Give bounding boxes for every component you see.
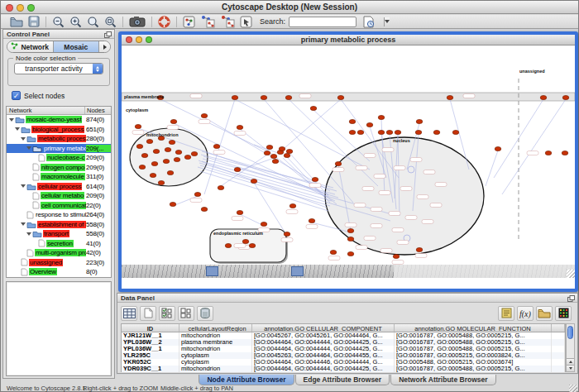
network-window-titlebar[interactable]: primary metabolic process [122,35,575,45]
zoom-in-icon[interactable] [68,15,84,28]
network-node[interactable] [310,106,317,110]
select-nodes-checkbox[interactable]: ✓ [12,91,21,100]
scroll-down-button[interactable] [567,365,574,371]
disclosure-triangle-icon[interactable] [20,184,26,188]
new-attribute-icon[interactable] [140,306,156,321]
tab-network[interactable]: Network [7,41,54,52]
table-column-header[interactable]: annotation.GO CELLULAR_COMPONENT [252,324,395,332]
network-node[interactable] [347,251,354,256]
delete-attribute-icon[interactable] [197,306,213,321]
tree-row[interactable]: transport558(0) [7,229,111,239]
network-node[interactable] [266,145,273,149]
network-node[interactable] [284,232,290,236]
network-node[interactable] [416,119,423,123]
network-node[interactable] [232,95,238,99]
network-node[interactable] [165,147,171,151]
network-node[interactable] [378,130,385,134]
network-node[interactable] [163,159,170,163]
tree-row[interactable]: nitrogen compo209(0) [7,163,111,173]
zoom-selected-icon[interactable] [103,15,118,28]
network-node[interactable] [495,146,501,151]
network-node[interactable] [309,218,315,222]
import-attributes-icon[interactable] [498,306,514,321]
network-node[interactable] [191,151,198,155]
table-scrollbar[interactable] [566,323,575,372]
network-node[interactable] [264,151,270,155]
table-column-header[interactable]: annotation.GO MOLECULAR_FUNCTION [395,324,552,332]
function-builder-icon[interactable]: f(x) [517,306,534,321]
network-node[interactable] [218,185,224,189]
scroll-up-button[interactable] [567,358,574,365]
network-node[interactable] [170,119,177,123]
disclosure-triangle-icon[interactable] [26,146,32,150]
tree-row[interactable]: establishment of lo558(0) [7,220,111,230]
tree-row[interactable]: multi-organism pro42(0) [7,248,111,258]
network-node[interactable] [194,192,201,196]
tree-row[interactable]: nucleobase-c209(0) [7,153,111,163]
network-node[interactable] [251,179,257,183]
scrollbar-thumb[interactable] [567,326,573,339]
network-node[interactable] [136,144,143,148]
network-node[interactable] [286,149,293,153]
tree-row[interactable]: cellular metabo209(0) [7,191,111,201]
window-resize-grip[interactable] [569,385,577,392]
network-node[interactable] [284,153,290,157]
network-node[interactable] [416,247,423,251]
network-node[interactable] [146,139,153,143]
network-node[interactable] [150,173,156,177]
network-node[interactable] [395,130,401,134]
network-node[interactable] [562,151,568,155]
network-node[interactable] [452,130,459,134]
network-node[interactable] [330,250,337,254]
annotation-icon[interactable] [238,15,254,28]
network-node[interactable] [169,140,175,144]
disclosure-triangle-icon[interactable] [20,222,26,226]
float-panel-icon[interactable] [104,31,112,40]
network-node[interactable] [349,119,356,123]
table-row[interactable]: YPL036W__2plasma membrane[GO:0044464, GO… [122,339,565,346]
tree-row[interactable]: mosaic-demo-yeast874(0) [7,115,111,125]
tree-row[interactable]: primary metabo209(... [7,144,111,154]
disclosure-triangle-icon[interactable] [20,137,26,141]
network-node[interactable] [357,130,364,134]
table-mode-icon[interactable] [121,306,137,321]
help-icon[interactable] [156,15,172,28]
network-node[interactable] [415,130,422,134]
network-node[interactable] [175,150,182,154]
network-node[interactable] [433,130,440,134]
unselect-attributes-icon[interactable] [178,306,194,321]
zoom-fit-icon[interactable] [85,15,101,28]
network-node[interactable] [237,210,243,214]
network-node[interactable] [335,161,342,165]
network-node[interactable] [158,180,165,184]
network-node[interactable] [234,167,241,171]
tree-row[interactable]: Overview8(0) [7,267,111,277]
open-attribute-file-icon[interactable] [536,306,553,321]
select-attributes-icon[interactable] [159,306,175,321]
tree-row[interactable]: biological_process651(0) [7,125,111,135]
h-scroll-thumb[interactable] [291,266,304,276]
network-node[interactable] [386,130,393,134]
network-node[interactable] [167,170,174,174]
tree-col-nodes[interactable]: Nodes [85,107,111,114]
network-node[interactable] [312,177,318,181]
tree-row[interactable]: unassigned223(0) [7,258,111,268]
network-node[interactable] [151,161,158,165]
network-node[interactable] [562,95,569,99]
tab-mosaic[interactable]: Mosaic [54,41,100,52]
tree-col-network[interactable]: Network [7,107,85,114]
snapshot-icon[interactable] [127,15,147,28]
network-node[interactable] [447,95,453,99]
network-node[interactable] [366,122,373,127]
network-node[interactable] [349,130,356,134]
tree-row[interactable]: macromolecule311(0) [7,172,111,182]
network-node[interactable] [285,95,292,99]
network-node[interactable] [184,155,191,159]
h-scroll-thumb[interactable] [206,266,218,276]
disclosure-triangle-icon[interactable] [26,232,32,236]
network-node[interactable] [279,146,285,151]
layout-icon-2[interactable] [218,15,237,28]
tree-row[interactable]: metabolic process280(0) [7,134,111,144]
table-row[interactable]: YJR121W__1mitochondrion[GO:0045267, GO:0… [122,332,565,339]
network-node[interactable] [272,159,279,163]
